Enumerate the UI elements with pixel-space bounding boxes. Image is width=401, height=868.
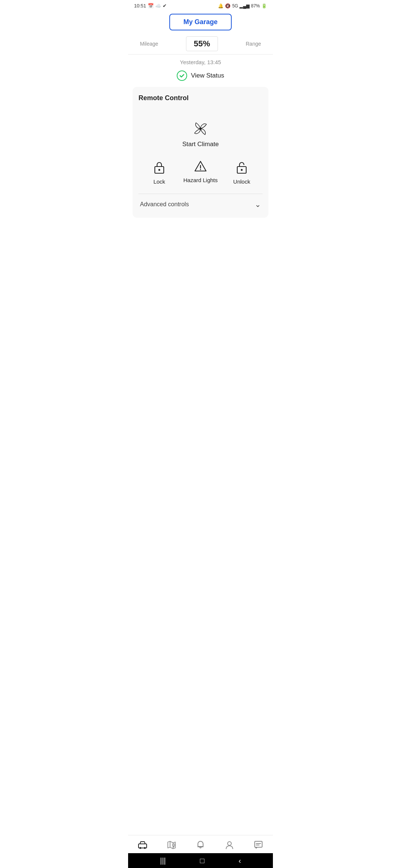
svg-point-6 (241, 169, 243, 171)
chevron-down-icon: ⌄ (255, 200, 261, 209)
battery-icon: 🔋 (261, 3, 267, 9)
climate-fan-icon (189, 117, 212, 141)
hazard-icon (194, 160, 207, 173)
mileage-label: Mileage (140, 41, 158, 47)
start-climate-section[interactable]: Start Climate (138, 111, 263, 157)
my-garage-button[interactable]: My Garage (169, 14, 232, 30)
battery-percentage-display: 55% (186, 36, 218, 51)
view-status-button[interactable]: View Status (128, 68, 273, 87)
advanced-controls-label: Advanced controls (140, 201, 189, 208)
advanced-controls-toggle[interactable]: Advanced controls ⌄ (138, 194, 263, 212)
remote-control-card: Remote Control Start Climate Lock (133, 87, 268, 218)
unlock-button[interactable]: Unlock (227, 160, 257, 185)
header: My Garage (128, 10, 273, 33)
calendar-icon: 📅 (148, 3, 154, 9)
svg-point-2 (159, 169, 160, 171)
check-icon: ✔ (163, 3, 167, 9)
status-check-icon (177, 70, 187, 81)
start-climate-label: Start Climate (182, 141, 219, 148)
lock-label: Lock (153, 178, 165, 185)
weather-icon: ☁️ (155, 3, 161, 9)
hazard-lights-label: Hazard Lights (183, 177, 218, 183)
lock-icon (153, 160, 166, 175)
signal-bars: ▂▄▆ (239, 3, 250, 9)
stats-row: Mileage 55% Range (128, 33, 273, 55)
time-display: 10:51 (134, 3, 146, 9)
battery-display: 87% (251, 3, 260, 9)
status-right: 🔔 🔇 5G ▂▄▆ 87% 🔋 (218, 3, 267, 9)
view-status-label: View Status (191, 72, 224, 79)
status-left: 10:51 📅 ☁️ ✔ (134, 3, 167, 9)
alarm-icon: 🔔 (218, 3, 224, 9)
status-bar: 10:51 📅 ☁️ ✔ 🔔 🔇 5G ▂▄▆ 87% 🔋 (128, 0, 273, 10)
mute-icon: 🔇 (225, 3, 231, 9)
controls-row: Lock Hazard Lights Unlock (138, 157, 263, 194)
svg-point-0 (199, 128, 202, 130)
last-update-timestamp: Yesterday, 13:45 (128, 55, 273, 68)
range-label: Range (246, 41, 261, 47)
unlock-label: Unlock (233, 178, 250, 185)
unlock-icon (235, 160, 248, 175)
hazard-lights-button[interactable]: Hazard Lights (183, 160, 218, 183)
remote-control-title: Remote Control (138, 94, 263, 102)
svg-point-4 (200, 169, 201, 170)
network-icon: 5G (232, 3, 238, 9)
battery-percent-value: 55% (194, 39, 210, 48)
lock-button[interactable]: Lock (144, 160, 174, 185)
